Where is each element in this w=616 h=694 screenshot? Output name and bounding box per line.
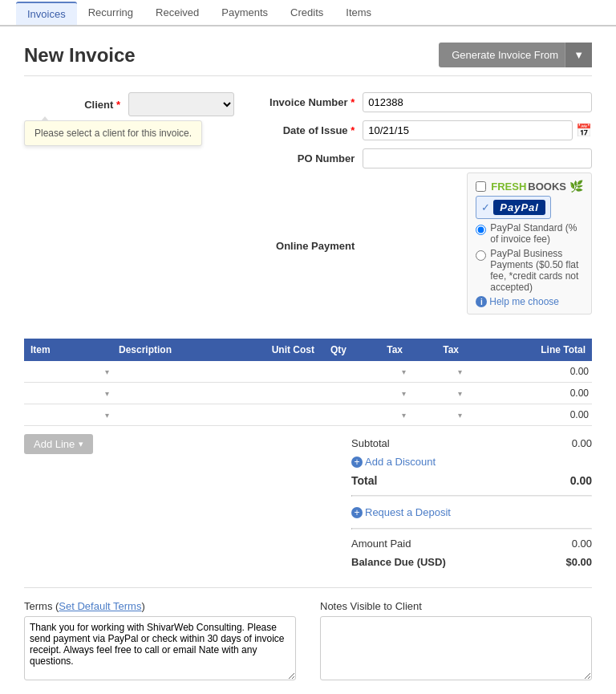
date-of-issue-label: Date of Issue * bbox=[258, 124, 363, 136]
info-icon: i bbox=[476, 296, 487, 307]
terms-label: Terms (Set Default Terms) bbox=[24, 600, 296, 612]
online-payment-label: Online Payment bbox=[258, 240, 363, 252]
totals-section: Subtotal 0.00 + Add a Discount Total 0.0… bbox=[351, 434, 592, 571]
paypal-business-option: PayPal Business Payments ($0.50 flat fee… bbox=[476, 248, 583, 293]
tab-recurring[interactable]: Recurring bbox=[77, 2, 144, 23]
po-number-input[interactable] bbox=[363, 148, 592, 168]
tab-credits[interactable]: Credits bbox=[279, 2, 334, 23]
client-field-row: Client * bbox=[24, 92, 234, 116]
tax1-cell-1[interactable] bbox=[353, 361, 409, 383]
notes-label: Notes Visible to Client bbox=[320, 600, 592, 612]
amount-paid-row: Amount Paid 0.00 bbox=[351, 534, 592, 553]
help-choose-link[interactable]: i Help me choose bbox=[476, 296, 583, 307]
tab-received[interactable]: Received bbox=[144, 2, 210, 23]
unit-cost-cell-1[interactable] bbox=[257, 361, 321, 383]
table-bottom: Add Line ▾ Subtotal 0.00 + Add a Discoun… bbox=[24, 434, 592, 571]
generate-invoice-button[interactable]: Generate Invoice From ▼ bbox=[439, 43, 592, 67]
paypal-checkmark-icon: ✓ bbox=[481, 201, 490, 213]
tax2-cell-2[interactable] bbox=[409, 383, 465, 404]
freshbooks-logo: FRESHBOOKS 🌿 bbox=[491, 180, 583, 193]
add-discount-label: Add a Discount bbox=[365, 456, 436, 468]
paypal-standard-label: PayPal Standard (% of invoice fee) bbox=[490, 222, 583, 245]
po-number-row: PO Number bbox=[258, 148, 592, 168]
freshbooks-leaf-icon: 🌿 bbox=[569, 180, 583, 193]
subtotal-value: 0.00 bbox=[572, 437, 592, 449]
table-row: 0.00 bbox=[24, 404, 592, 426]
tax1-cell-3[interactable] bbox=[353, 404, 409, 426]
main-container: New Invoice Generate Invoice From ▼ Clie… bbox=[0, 26, 616, 694]
invoice-number-value bbox=[363, 92, 592, 112]
freshbooks-checkbox[interactable] bbox=[476, 181, 486, 192]
tab-payments[interactable]: Payments bbox=[210, 2, 279, 23]
item-cell-1[interactable] bbox=[24, 361, 112, 383]
client-tooltip: Please select a client for this invoice. bbox=[24, 120, 202, 146]
request-deposit-icon: + bbox=[351, 507, 363, 518]
invoice-number-label: Invoice Number * bbox=[258, 96, 363, 108]
notes-col: Notes Visible to Client bbox=[320, 600, 592, 683]
tab-items[interactable]: Items bbox=[334, 2, 383, 23]
nav-bar: Invoices Recurring Received Payments Cre… bbox=[0, 0, 616, 26]
qty-cell-1[interactable] bbox=[321, 361, 353, 383]
qty-cell-2[interactable] bbox=[321, 383, 353, 404]
total-row: Total 0.00 bbox=[351, 471, 592, 490]
paypal-standard-radio[interactable] bbox=[476, 225, 486, 235]
calendar-icon[interactable]: 📅 bbox=[576, 123, 592, 138]
unit-cost-cell-3[interactable] bbox=[257, 404, 321, 426]
balance-due-value: $0.00 bbox=[565, 556, 592, 568]
add-line-button[interactable]: Add Line ▾ bbox=[24, 434, 93, 454]
online-payment-row: Online Payment FRESHBOOKS 🌿 ✓ PayP bbox=[258, 177, 592, 315]
totals-divider bbox=[351, 495, 592, 497]
subtotal-row: Subtotal 0.00 bbox=[351, 434, 592, 453]
invoice-number-input[interactable] bbox=[363, 92, 592, 112]
add-discount-link[interactable]: + Add a Discount bbox=[351, 456, 436, 468]
amount-divider bbox=[351, 528, 592, 530]
description-cell-3[interactable] bbox=[112, 404, 257, 426]
tax2-cell-3[interactable] bbox=[409, 404, 465, 426]
total-label: Total bbox=[351, 474, 377, 487]
description-cell-1[interactable] bbox=[112, 361, 257, 383]
client-select-wrapper bbox=[128, 92, 234, 116]
balance-due-row: Balance Due (USD) $0.00 bbox=[351, 553, 592, 571]
description-cell-2[interactable] bbox=[112, 383, 257, 404]
request-deposit-label: Request a Deposit bbox=[365, 506, 451, 518]
terms-textarea[interactable]: Thank you for working with ShivarWeb Con… bbox=[24, 616, 296, 680]
col-line-total: Line Total bbox=[465, 339, 592, 361]
date-of-issue-row: Date of Issue * 📅 bbox=[258, 120, 592, 140]
unit-cost-cell-2[interactable] bbox=[257, 383, 321, 404]
qty-cell-3[interactable] bbox=[321, 404, 353, 426]
item-cell-2[interactable] bbox=[24, 383, 112, 404]
notes-textarea[interactable] bbox=[320, 616, 592, 680]
client-select[interactable] bbox=[128, 92, 234, 116]
set-default-terms-link[interactable]: Set Default Terms bbox=[59, 600, 141, 612]
total-value: 0.00 bbox=[570, 474, 592, 487]
invoice-number-row: Invoice Number * bbox=[258, 92, 592, 112]
col-qty: Qty bbox=[321, 339, 353, 361]
col-tax2: Tax bbox=[409, 339, 465, 361]
client-label: Client * bbox=[24, 99, 128, 111]
add-line-section: Add Line ▾ bbox=[24, 434, 93, 454]
line-total-cell-2: 0.00 bbox=[465, 383, 592, 404]
notes-section: Terms (Set Default Terms) Thank you for … bbox=[24, 600, 592, 683]
col-description: Description bbox=[112, 339, 257, 361]
tax2-cell-1[interactable] bbox=[409, 361, 465, 383]
online-payment-options: FRESHBOOKS 🌿 ✓ PayPal PayPal Standard (%… bbox=[363, 177, 592, 315]
add-line-label: Add Line bbox=[34, 438, 75, 450]
date-of-issue-input[interactable] bbox=[363, 120, 573, 140]
items-table: Item Description Unit Cost Qty Tax Tax L… bbox=[24, 339, 592, 426]
paypal-business-radio[interactable] bbox=[476, 250, 486, 261]
col-unit-cost: Unit Cost bbox=[257, 339, 321, 361]
col-tax1: Tax bbox=[353, 339, 409, 361]
amount-paid-value: 0.00 bbox=[572, 538, 592, 550]
generate-chevron-icon[interactable]: ▼ bbox=[565, 43, 592, 67]
col-item: Item bbox=[24, 339, 112, 361]
section-divider bbox=[24, 587, 592, 588]
request-deposit-link[interactable]: + Request a Deposit bbox=[351, 501, 592, 523]
item-cell-3[interactable] bbox=[24, 404, 112, 426]
freshbooks-fresh-text: FRESH bbox=[491, 181, 526, 193]
tab-invoices[interactable]: Invoices bbox=[16, 2, 77, 25]
form-section: Client * Please select a client for this… bbox=[24, 92, 592, 323]
date-of-issue-value: 📅 bbox=[363, 120, 592, 140]
subtotal-label: Subtotal bbox=[351, 437, 390, 449]
tax1-cell-2[interactable] bbox=[353, 383, 409, 404]
terms-col: Terms (Set Default Terms) Thank you for … bbox=[24, 600, 296, 683]
